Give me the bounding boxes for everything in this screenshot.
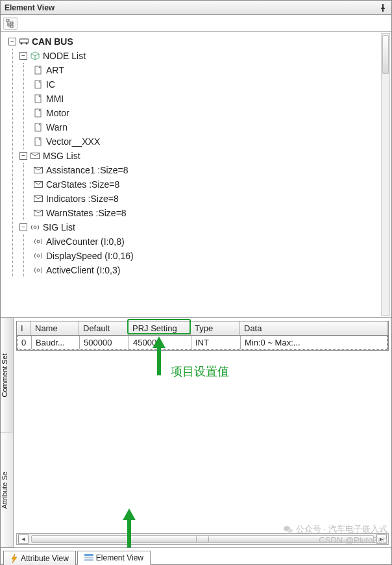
lower-panel: Comment Set Attribute Se I Name Default … [1, 318, 391, 547]
item-label: Assistance1 :Size=8 [46, 163, 128, 177]
tree-msg-item[interactable]: CarStates :Size=8 [33, 177, 391, 192]
svg-point-17 [34, 226, 36, 229]
tree-root[interactable]: − CAN BUS [6, 34, 391, 49]
attribute-grid[interactable]: I Name Default PRJ Setting Type Data 0 B… [16, 321, 389, 351]
tree-msg-item[interactable]: Indicators :Size=8 [33, 192, 391, 206]
item-label: WarnStates :Size=8 [46, 206, 127, 220]
item-label: Motor [46, 106, 69, 120]
tree-node-item[interactable]: Vector__XXX [33, 134, 391, 149]
cell-default: 500000 [80, 336, 129, 349]
tree-msg-list[interactable]: − MSG List [19, 149, 391, 163]
cube-icon [30, 51, 40, 61]
tree-node-item[interactable]: IC [33, 77, 391, 92]
signal-icon [33, 251, 43, 261]
expander-icon[interactable]: − [19, 223, 27, 231]
bottom-tabs: Attribute View Element View [1, 547, 391, 564]
expander-icon[interactable]: − [19, 152, 27, 160]
page-icon [33, 108, 43, 118]
tree-label: NODE List [43, 49, 86, 63]
lightning-icon [10, 554, 18, 563]
item-label: AliveCounter (I:0,8) [46, 234, 125, 249]
svg-rect-23 [84, 559, 93, 561]
vertical-tabs: Comment Set Attribute Se [1, 318, 14, 547]
col-type[interactable]: Type [191, 321, 240, 335]
svg-point-19 [37, 255, 40, 257]
expander-icon[interactable]: − [19, 52, 27, 60]
vtab-comment-set[interactable]: Comment Set [1, 318, 13, 433]
tree-node-list[interactable]: − NODE List [19, 49, 391, 63]
tree-sig-item[interactable]: ActiveClient (I:0,3) [33, 263, 391, 277]
page-icon [33, 79, 43, 90]
scroll-thumb[interactable] [31, 535, 374, 543]
toolbar [1, 15, 391, 32]
tree-node-item[interactable]: ART [33, 63, 391, 77]
window-title: Element View [5, 3, 55, 12]
cell-data: Min:0 ~ Max:... [241, 336, 387, 349]
pin-icon[interactable] [378, 3, 387, 12]
page-icon [33, 94, 43, 104]
svg-rect-21 [84, 554, 93, 556]
cell-name: Baudr... [32, 336, 80, 349]
tree-label: MSG List [43, 149, 80, 163]
tree-node-item[interactable]: Warn [33, 120, 391, 134]
page-icon [33, 136, 43, 147]
col-default[interactable]: Default [79, 321, 129, 335]
envelope-icon [33, 194, 43, 204]
tree-root-label: CAN BUS [32, 34, 73, 49]
envelope-icon [33, 179, 43, 190]
tab-label: Attribute View [21, 554, 69, 563]
signal-icon [33, 236, 43, 247]
col-data[interactable]: Data [240, 321, 388, 335]
item-label: Indicators :Size=8 [46, 192, 119, 206]
col-index[interactable]: I [17, 321, 31, 335]
tree-sig-item[interactable]: DisplaySpeed (I:0,16) [33, 249, 391, 263]
tree-scrollbar[interactable] [381, 33, 390, 316]
tree-sig-list[interactable]: − SIG List [19, 220, 391, 234]
horizontal-scrollbar[interactable]: ◄ ► [16, 533, 389, 545]
cell-type: INT [191, 336, 241, 349]
tree-msg-item[interactable]: Assistance1 :Size=8 [33, 163, 391, 177]
tree-node-item[interactable]: MMI [33, 92, 391, 106]
list-icon [84, 554, 93, 562]
item-label: IC [46, 77, 55, 92]
tab-label: Element View [96, 553, 143, 562]
scroll-right-icon[interactable]: ► [376, 534, 387, 544]
item-label: CarStates :Size=8 [46, 177, 119, 192]
vtab-attribute-set[interactable]: Attribute Se [1, 433, 13, 548]
grid-row[interactable]: 0 Baudr... 500000 450000 INT Min:0 ~ Max… [17, 336, 388, 350]
page-icon [33, 122, 43, 132]
bus-icon [19, 36, 29, 47]
svg-point-18 [37, 240, 40, 243]
scroll-left-icon[interactable]: ◄ [18, 534, 29, 544]
tree-label: SIG List [43, 220, 75, 234]
title-bar: Element View [1, 1, 391, 15]
signal-icon [33, 265, 43, 275]
col-name[interactable]: Name [31, 321, 79, 335]
expander-icon[interactable]: − [8, 38, 16, 45]
col-prj-setting[interactable]: PRJ Setting [129, 321, 191, 335]
svg-rect-2 [10, 25, 13, 27]
cell-index: 0 [18, 336, 32, 349]
item-label: DisplaySpeed (I:0,16) [46, 249, 134, 263]
item-label: ART [46, 63, 64, 77]
item-label: Vector__XXX [46, 134, 100, 149]
envelope-icon [30, 151, 40, 161]
tree-node-item[interactable]: Motor [33, 106, 391, 120]
grid-header: I Name Default PRJ Setting Type Data [17, 321, 388, 336]
item-label: ActiveClient (I:0,3) [46, 263, 120, 277]
svg-rect-0 [6, 19, 9, 21]
svg-point-20 [37, 269, 40, 271]
page-icon [33, 65, 43, 75]
tree-msg-item[interactable]: WarnStates :Size=8 [33, 206, 391, 220]
item-label: MMI [46, 92, 64, 106]
svg-rect-1 [10, 22, 13, 24]
tree-panel[interactable]: − CAN BUS − NODE List ART IC MMI Motor W… [1, 32, 391, 318]
envelope-icon [33, 165, 43, 175]
envelope-icon [33, 208, 43, 218]
tab-attribute-view[interactable]: Attribute View [3, 551, 76, 565]
tree-sig-item[interactable]: AliveCounter (I:0,8) [33, 234, 391, 249]
tab-element-view[interactable]: Element View [77, 551, 151, 565]
cell-prj-setting: 450000 [129, 336, 191, 349]
item-label: Warn [46, 120, 67, 134]
toolbar-tree-button[interactable] [3, 17, 18, 30]
